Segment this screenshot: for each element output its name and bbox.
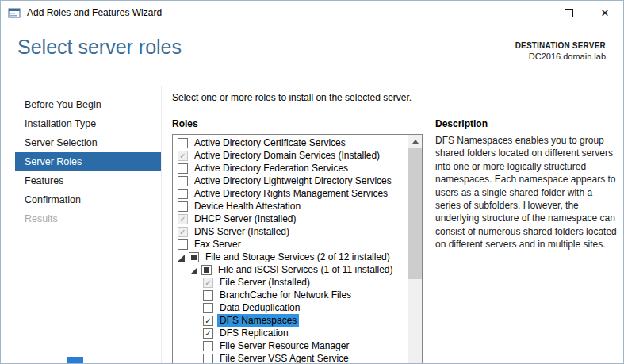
- partial-check-mark: [191, 255, 197, 260]
- role-row[interactable]: ✓DNS Server (Installed): [173, 225, 408, 238]
- role-checkbox[interactable]: [178, 163, 188, 174]
- role-checkbox[interactable]: [178, 189, 188, 199]
- wizard-header: Select server roles DESTINATION SERVER D…: [1, 25, 623, 86]
- role-row[interactable]: File Server VSS Agent Service: [173, 352, 408, 363]
- role-label: Active Directory Rights Management Servi…: [192, 187, 390, 200]
- roles-list: Active Directory Certificate Services✓Ac…: [173, 135, 408, 363]
- role-checkbox[interactable]: ✓: [203, 316, 213, 326]
- role-row[interactable]: Active Directory Certificate Services: [173, 136, 408, 149]
- role-row[interactable]: ✓Active Directory Domain Services (Insta…: [173, 149, 408, 162]
- scroll-up-button[interactable]: [408, 135, 422, 148]
- tree-expander-icon[interactable]: [176, 253, 185, 262]
- sidebar-item-confirmation[interactable]: Confirmation: [15, 190, 161, 209]
- sidebar-item-server-roles[interactable]: Server Roles: [15, 152, 161, 171]
- sidebar-item-server-selection[interactable]: Server Selection: [15, 133, 161, 152]
- role-checkbox[interactable]: ✓: [178, 151, 188, 161]
- scrollbar-thumb[interactable]: [408, 148, 422, 279]
- role-label: Active Directory Certificate Services: [192, 136, 348, 149]
- role-label: DFS Replication: [217, 327, 291, 339]
- bottom-left-blue-artifact: [67, 357, 83, 364]
- role-row[interactable]: ✓DFS Namespaces: [173, 314, 408, 327]
- minimize-button[interactable]: [514, 1, 550, 25]
- role-checkbox[interactable]: ✓: [178, 227, 188, 237]
- role-checkbox[interactable]: [189, 252, 199, 262]
- destination-server-label: DESTINATION SERVER: [515, 41, 606, 50]
- role-label: Data Deduplication: [217, 301, 302, 314]
- role-label: Active Directory Federation Services: [192, 162, 350, 174]
- role-row[interactable]: File and iSCSI Services (1 of 11 install…: [173, 263, 408, 276]
- sidebar-item-installation-type[interactable]: Installation Type: [15, 114, 161, 133]
- role-label: Active Directory Domain Services (Instal…: [192, 149, 382, 162]
- maximize-icon: [565, 9, 573, 17]
- add-roles-wizard-window: Add Roles and Features Wizard ✕ Select s…: [0, 0, 624, 364]
- role-row[interactable]: File Server Resource Manager: [173, 339, 408, 352]
- role-row[interactable]: Active Directory Rights Management Servi…: [173, 187, 408, 200]
- role-checkbox[interactable]: [203, 290, 213, 301]
- role-checkbox[interactable]: [203, 341, 213, 351]
- role-label: File Server Resource Manager: [217, 339, 351, 352]
- role-checkbox[interactable]: ✓: [203, 328, 213, 339]
- role-label: File Server VSS Agent Service: [217, 352, 351, 363]
- window-title: Add Roles and Features Wizard: [27, 7, 162, 18]
- role-label: Active Directory Lightweight Directory S…: [192, 174, 394, 187]
- tree-expander-icon[interactable]: [189, 266, 197, 274]
- role-checkbox[interactable]: [178, 201, 188, 212]
- role-row[interactable]: Active Directory Federation Services: [173, 162, 408, 174]
- roles-scrollbar[interactable]: [408, 135, 422, 363]
- window-controls: ✕: [514, 1, 623, 25]
- role-row[interactable]: ✓DFS Replication: [173, 327, 408, 339]
- role-checkbox[interactable]: [201, 265, 212, 275]
- description-text: DFS Namespaces enables you to group shar…: [435, 134, 618, 251]
- role-label: DFS Namespaces: [217, 314, 299, 327]
- close-icon: ✕: [601, 8, 610, 18]
- role-row[interactable]: Active Directory Lightweight Directory S…: [173, 174, 408, 187]
- close-button[interactable]: ✕: [587, 1, 623, 25]
- role-checkbox[interactable]: [178, 138, 188, 148]
- roles-listbox: Active Directory Certificate Services✓Ac…: [172, 134, 423, 363]
- role-row[interactable]: ✓File Server (Installed): [173, 276, 408, 289]
- role-checkbox[interactable]: [178, 239, 188, 250]
- description-label: Description: [435, 118, 488, 129]
- role-checkbox[interactable]: ✓: [203, 278, 213, 288]
- role-label: Fax Server: [192, 238, 243, 251]
- role-row[interactable]: Device Health Attestation: [173, 200, 408, 213]
- titlebar: Add Roles and Features Wizard ✕: [1, 1, 623, 25]
- role-label: DNS Server (Installed): [192, 225, 292, 238]
- role-row[interactable]: Data Deduplication: [173, 301, 408, 314]
- sidebar-item-features[interactable]: Features: [15, 171, 161, 190]
- scroll-up-arrow-icon: [412, 140, 419, 144]
- role-label: File Server (Installed): [217, 276, 312, 289]
- role-label: File and iSCSI Services (1 of 11 install…: [216, 263, 396, 276]
- instruction-text: Select one or more roles to install on t…: [172, 92, 412, 103]
- role-label: Device Health Attestation: [192, 200, 303, 213]
- roles-label: Roles: [172, 118, 198, 129]
- role-checkbox[interactable]: [203, 354, 213, 364]
- role-row[interactable]: File and Storage Services (2 of 12 insta…: [173, 251, 408, 263]
- partial-check-mark: [204, 267, 209, 273]
- destination-server-name: DC2016.domain.lab: [515, 52, 606, 61]
- role-label: BranchCache for Network Files: [217, 289, 354, 301]
- destination-server-block: DESTINATION SERVER DC2016.domain.lab: [515, 41, 606, 61]
- sidebar-item-before-you-begin[interactable]: Before You Begin: [15, 95, 161, 114]
- role-checkbox[interactable]: [178, 176, 188, 186]
- sidebar-item-results: Results: [15, 209, 161, 228]
- role-row[interactable]: BranchCache for Network Files: [173, 289, 408, 301]
- app-icon: [8, 6, 21, 19]
- page-title: Select server roles: [17, 36, 182, 59]
- main-content: Select one or more roles to install on t…: [163, 86, 623, 363]
- role-checkbox[interactable]: ✓: [178, 214, 188, 224]
- minimize-icon: [528, 13, 536, 13]
- role-label: DHCP Server (Installed): [192, 213, 298, 225]
- role-label: File and Storage Services (2 of 12 insta…: [203, 251, 392, 263]
- maximize-button[interactable]: [550, 1, 587, 25]
- sidebar-nav: Before You BeginInstallation TypeServer …: [1, 86, 162, 363]
- role-row[interactable]: ✓DHCP Server (Installed): [173, 213, 408, 225]
- role-row[interactable]: Fax Server: [173, 238, 408, 251]
- role-checkbox[interactable]: [203, 303, 213, 313]
